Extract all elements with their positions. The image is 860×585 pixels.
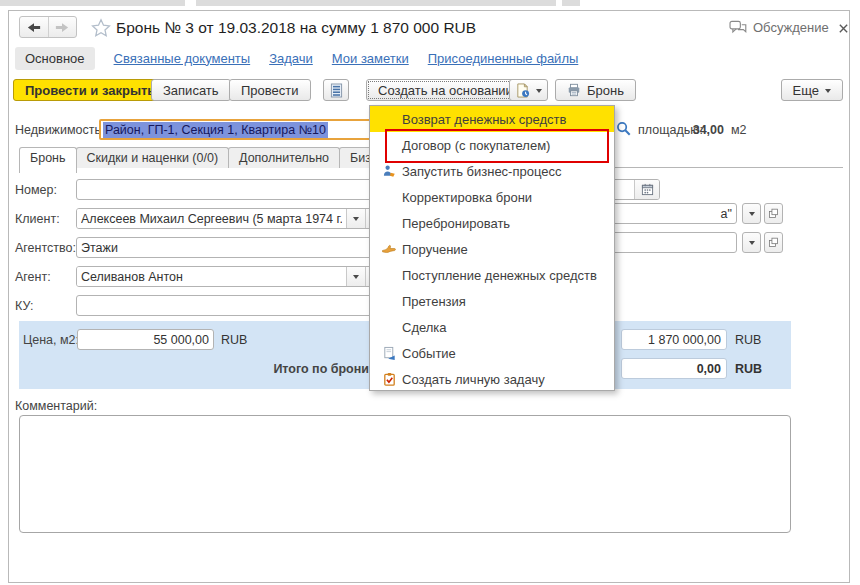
nav-item-tasks[interactable]: Задачи xyxy=(269,51,313,66)
right-field-1-dropdown-button[interactable] xyxy=(742,203,761,224)
agent-field-group xyxy=(76,266,385,287)
post-and-close-button[interactable]: Провести и закрыть xyxy=(13,79,167,101)
nav-item-main[interactable]: Основное xyxy=(15,47,95,70)
property-search-button[interactable] xyxy=(616,121,631,136)
paid-value-box: 0,00 xyxy=(621,358,727,379)
menu-item-icon-slot xyxy=(378,137,400,153)
menu-item-label: Договор (с покупателем) xyxy=(402,138,550,153)
task-checklist-icon xyxy=(378,371,400,387)
right-field-2-open-button[interactable] xyxy=(764,232,783,253)
client-input[interactable] xyxy=(77,209,346,228)
menu-item-icon-slot xyxy=(378,293,400,309)
right-field-1-open-button[interactable] xyxy=(764,203,783,224)
post-label: Провести xyxy=(241,83,299,98)
close-icon xyxy=(838,23,849,34)
right-field-2-dropdown-button[interactable] xyxy=(742,232,761,253)
menu-item-event[interactable]: Событие xyxy=(370,340,614,366)
print-booking-label: Бронь xyxy=(587,83,624,98)
right-field-2[interactable] xyxy=(607,232,737,253)
menu-item-contract[interactable]: Договор (с покупателем) xyxy=(370,132,614,158)
background-window-fragment xyxy=(562,0,580,6)
create-document-menu-button[interactable] xyxy=(509,79,548,101)
menu-item-label: Событие xyxy=(402,346,456,361)
price-currency: RUB xyxy=(221,333,247,347)
chevron-down-icon xyxy=(825,89,831,96)
chevron-down-icon xyxy=(353,275,359,282)
discussion-button[interactable]: Обсуждение xyxy=(729,20,829,35)
menu-item-label: Создать личную задачу xyxy=(402,372,545,387)
search-icon xyxy=(616,121,631,136)
section-nav: Основное Связанные документы Задачи Мои … xyxy=(15,47,578,69)
comment-textarea[interactable] xyxy=(19,415,791,533)
more-button[interactable]: Еще xyxy=(781,79,843,101)
menu-item-claim[interactable]: Претензия xyxy=(370,288,614,314)
favorite-star-icon[interactable] xyxy=(91,18,111,38)
close-button[interactable] xyxy=(835,20,851,36)
menu-item-label: Перебронировать xyxy=(402,216,510,231)
client-label: Клиент: xyxy=(15,212,60,226)
property-value-selected: Район, ГП-1, Секция 1, Квартира №10 xyxy=(103,122,328,138)
more-label: Еще xyxy=(793,83,819,98)
nav-item-notes[interactable]: Мои заметки xyxy=(332,51,409,66)
booking-total-label: Итого по брони xyxy=(159,362,369,376)
back-button[interactable] xyxy=(20,17,48,37)
chevron-down-icon xyxy=(536,89,542,96)
paid-value: 0,00 xyxy=(697,362,721,376)
menu-item-start-business-process[interactable]: Запустить бизнес-процесс xyxy=(370,158,614,184)
chevron-down-icon xyxy=(353,217,359,224)
right-field-1[interactable]: а" xyxy=(607,203,737,224)
write-button[interactable]: Записать xyxy=(151,79,231,101)
post-and-close-label: Провести и закрыть xyxy=(25,83,155,98)
chevron-down-icon xyxy=(749,241,755,248)
nav-item-attachments[interactable]: Присоединенные файлы xyxy=(428,51,579,66)
agent-dropdown-button[interactable] xyxy=(346,267,365,286)
forward-button[interactable] xyxy=(48,17,77,37)
chevron-down-icon xyxy=(749,212,755,219)
forward-arrow-icon xyxy=(55,22,69,33)
background-window-fragment xyxy=(196,0,556,6)
agent-label: Агент: xyxy=(15,270,51,284)
menu-item-booking-adjustment[interactable]: Корректировка брони xyxy=(370,184,614,210)
menu-item-rebook[interactable]: Перебронировать xyxy=(370,210,614,236)
menu-item-icon-slot xyxy=(378,111,400,127)
menu-item-create-personal-task[interactable]: Создать личную задачу xyxy=(370,366,614,392)
create-based-on-label: Создать на основании xyxy=(378,83,513,98)
tab-booking[interactable]: Бронь xyxy=(19,147,77,173)
agent-input[interactable] xyxy=(77,267,346,286)
menu-item-icon-slot xyxy=(378,319,400,335)
property-field[interactable]: Район, ГП-1, Секция 1, Квартира №10 xyxy=(99,119,375,140)
menu-item-assignment[interactable]: Поручение xyxy=(370,236,614,262)
menu-item-label: Запустить бизнес-процесс xyxy=(402,164,561,179)
price-label: Цена, м2: xyxy=(23,333,79,347)
post-button[interactable]: Провести xyxy=(229,79,311,101)
price-input[interactable] xyxy=(77,329,214,350)
nav-item-related-docs[interactable]: Связанные документы xyxy=(114,51,251,66)
paid-currency: RUB xyxy=(735,362,762,376)
menu-item-label: Корректировка брони xyxy=(402,190,532,205)
print-booking-button[interactable]: Бронь xyxy=(555,79,636,101)
menu-item-label: Сделка xyxy=(402,320,447,335)
menu-item-deal[interactable]: Сделка xyxy=(370,314,614,340)
tab-discounts[interactable]: Скидки и наценки (0/0) xyxy=(76,147,230,168)
date-picker-button[interactable] xyxy=(634,180,659,199)
tab-additional[interactable]: Дополнительно xyxy=(228,147,340,168)
client-dropdown-button[interactable] xyxy=(346,209,365,228)
show-register-records-button[interactable] xyxy=(323,79,349,101)
area-value: 34,00 xyxy=(684,123,724,137)
menu-item-refund[interactable]: Возврат денежных средств xyxy=(370,106,614,132)
menu-item-label: Поступление денежных средств xyxy=(402,268,597,283)
page-title: Бронь № 3 от 19.03.2018 на сумму 1 870 0… xyxy=(116,19,476,37)
property-label: Недвижимость: xyxy=(15,123,104,137)
comment-label: Комментарий: xyxy=(15,399,97,413)
hand-icon xyxy=(378,241,400,257)
number-label: Номер: xyxy=(15,183,57,197)
menu-item-label: Поручение xyxy=(402,242,468,257)
business-process-icon xyxy=(378,163,400,179)
menu-item-cash-receipt[interactable]: Поступление денежных средств xyxy=(370,262,614,288)
event-icon xyxy=(378,345,400,361)
ku-label: КУ: xyxy=(15,299,34,313)
printer-icon xyxy=(567,83,581,97)
total-value: 1 870 000,00 xyxy=(648,333,721,347)
calendar-icon xyxy=(641,183,654,196)
chat-icon xyxy=(729,20,747,35)
